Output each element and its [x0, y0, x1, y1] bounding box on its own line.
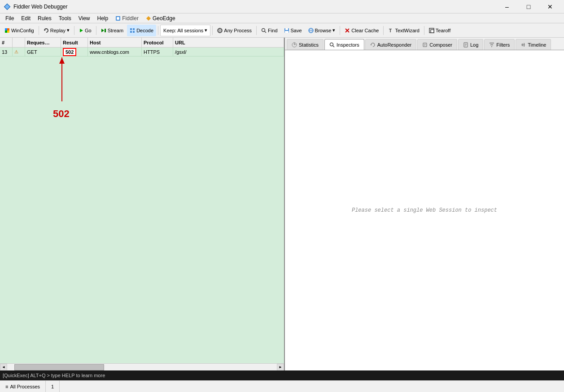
- svg-point-20: [262, 28, 265, 31]
- menu-edit[interactable]: Edit: [17, 13, 34, 23]
- menu-bar: File Edit Rules Tools View Help Fiddler …: [0, 13, 564, 23]
- stream-icon: [101, 28, 106, 33]
- table-row[interactable]: 13 ⚠ GET 502 www.cnblogs.com HTTPS /gsxl…: [0, 48, 284, 57]
- warning-triangle-icon: ⚠: [14, 49, 18, 54]
- svg-rect-7: [5, 30, 7, 33]
- separator-8: [383, 26, 384, 35]
- right-content-area: Please select a single Web Session to in…: [285, 50, 564, 370]
- svg-marker-10: [80, 29, 83, 32]
- svg-marker-4: [146, 16, 151, 21]
- separator-2: [74, 26, 74, 35]
- row-protocol: HTTPS: [142, 48, 173, 56]
- go-button[interactable]: Go: [76, 25, 94, 36]
- menu-fiddler[interactable]: Fiddler: [112, 13, 142, 23]
- scroll-left-arrow[interactable]: ◄: [0, 364, 7, 371]
- tab-log[interactable]: Log: [458, 39, 483, 50]
- title-bar-controls: – □ ✕: [497, 0, 560, 13]
- result-code-badge: 502: [63, 48, 76, 56]
- tab-timeline[interactable]: Timeline: [516, 39, 551, 50]
- status-bar: ≡ All Processes 1: [0, 380, 564, 392]
- save-button[interactable]: Save: [281, 25, 305, 36]
- title-bar-title: Fiddler Web Debugger: [13, 4, 68, 10]
- svg-text:T: T: [389, 28, 392, 33]
- svg-rect-47: [490, 44, 493, 45]
- decode-button[interactable]: Decode: [127, 25, 156, 36]
- svg-rect-48: [491, 46, 492, 47]
- session-area: 13 ⚠ GET 502 www.cnblogs.com HTTPS /gsxl…: [0, 48, 284, 363]
- scroll-right-arrow[interactable]: ►: [277, 364, 284, 371]
- svg-rect-32: [431, 30, 434, 33]
- composer-icon: [422, 42, 428, 48]
- find-label: Find: [268, 28, 277, 33]
- tab-inspectors[interactable]: Inspectors: [324, 39, 364, 50]
- title-bar: Fiddler Web Debugger – □ ✕: [0, 0, 564, 13]
- tab-statistics[interactable]: Statistics: [287, 39, 324, 50]
- col-header-host: Host: [88, 38, 142, 47]
- keep-sessions-dropdown[interactable]: Keep: All sessions ▾: [160, 25, 210, 36]
- statistics-icon: [292, 42, 297, 48]
- svg-point-36: [330, 43, 333, 46]
- scroll-thumb[interactable]: [14, 364, 104, 370]
- browse-icon: [308, 28, 314, 33]
- replay-dropdown-icon: ▾: [67, 27, 70, 33]
- any-process-label: Any Process: [224, 28, 252, 33]
- stream-button[interactable]: Stream: [98, 25, 126, 36]
- svg-rect-14: [133, 28, 135, 30]
- separator-1: [39, 26, 39, 35]
- col-header-result: Result: [61, 38, 88, 47]
- timeline-icon: [520, 42, 526, 48]
- tab-filters[interactable]: Filters: [484, 39, 515, 50]
- tab-autoresponder[interactable]: AutoResponder: [365, 39, 416, 50]
- right-panel: Statistics Inspectors AutoResponder: [285, 38, 564, 370]
- any-process-button[interactable]: Any Process: [214, 25, 254, 36]
- separator-7: [340, 26, 340, 35]
- replay-button[interactable]: Replay ▾: [41, 25, 72, 36]
- go-icon: [79, 28, 83, 33]
- col-header-num: #: [0, 38, 13, 47]
- tab-composer[interactable]: Composer: [417, 39, 457, 50]
- menu-geodedge[interactable]: GeoEdge: [142, 13, 179, 23]
- menu-tools[interactable]: Tools: [55, 13, 75, 23]
- horizontal-scrollbar[interactable]: ◄ ►: [0, 363, 284, 370]
- timeline-tab-label: Timeline: [528, 42, 546, 48]
- menu-help[interactable]: Help: [94, 13, 112, 23]
- menu-file[interactable]: File: [2, 13, 17, 23]
- row-result: 502: [61, 48, 88, 56]
- svg-rect-12: [105, 29, 106, 32]
- replay-icon: [44, 28, 49, 33]
- svg-rect-15: [130, 31, 132, 33]
- tearoff-button[interactable]: Tearoff: [426, 25, 453, 36]
- row-warning-icon: ⚠: [13, 48, 25, 56]
- winconfig-button[interactable]: WinConfig: [2, 25, 37, 36]
- svg-rect-3: [117, 17, 119, 20]
- left-panel: # Reques… Result Host Protocol URL 13 ⚠ …: [0, 38, 285, 370]
- separator-9: [424, 26, 424, 35]
- svg-rect-5: [5, 28, 7, 30]
- log-tab-label: Log: [470, 42, 478, 48]
- placeholder-text: Please select a single Web Session to in…: [352, 207, 497, 213]
- close-button[interactable]: ✕: [540, 0, 560, 13]
- svg-line-21: [265, 31, 267, 33]
- menu-view[interactable]: View: [75, 13, 94, 23]
- status-process-segment[interactable]: ≡ All Processes: [0, 381, 46, 392]
- menu-rules[interactable]: Rules: [34, 13, 55, 23]
- svg-line-37: [333, 45, 335, 47]
- status-count-segment: 1: [46, 381, 60, 392]
- clear-cache-button[interactable]: Clear Cache: [342, 25, 381, 36]
- annotation-text: 502: [53, 108, 70, 119]
- browse-arrow: ▾: [332, 27, 335, 33]
- any-process-icon: [217, 28, 223, 33]
- svg-rect-23: [285, 28, 288, 30]
- find-button[interactable]: Find: [258, 25, 280, 36]
- keep-sessions-label: Keep: All sessions: [163, 28, 203, 33]
- svg-rect-46: [490, 43, 494, 44]
- toolbar: WinConfig Replay ▾ Go Stream Decode: [0, 23, 564, 38]
- tearoff-icon: [429, 28, 434, 33]
- table-header: # Reques… Result Host Protocol URL: [0, 38, 284, 48]
- maximize-button[interactable]: □: [518, 0, 539, 13]
- minimize-button[interactable]: –: [497, 0, 517, 13]
- textwizard-button[interactable]: T TextWizard: [385, 25, 422, 36]
- browse-button[interactable]: Browse ▾: [306, 25, 338, 36]
- filters-tab-label: Filters: [496, 42, 510, 48]
- annotation-arrowhead: [59, 57, 65, 64]
